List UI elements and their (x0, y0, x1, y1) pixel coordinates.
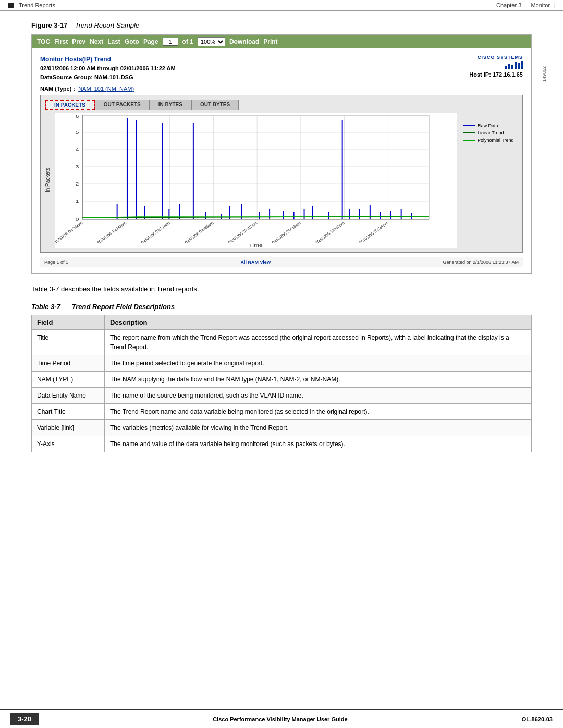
of-label: of 1 (182, 38, 193, 45)
table-cell-description: The Trend Report name and data variable … (105, 403, 532, 419)
svg-text:02/01/06 12:00am: 02/01/06 12:00am (96, 221, 128, 244)
svg-text:Time: Time (249, 242, 262, 248)
legend-polynomial-trend-label: Polynomial Trend (478, 138, 514, 143)
chart-container: IN PACKETS OUT PACKETS IN BYTES OUT BYTE… (40, 95, 523, 253)
nam-type-label: NAM (Type) : (40, 85, 75, 92)
chart-legend: Raw Data Linear Trend Polynomial Trend (461, 113, 518, 248)
bar5 (518, 63, 520, 69)
table-cell-description: The report name from which the Trend Rep… (105, 329, 532, 355)
last-button[interactable]: Last (107, 38, 120, 45)
bar6 (521, 61, 523, 69)
table-link[interactable]: Table 3-7 (31, 285, 59, 293)
svg-text:1: 1 (76, 198, 79, 203)
footer-center: All NAM View (241, 260, 271, 265)
top-header: Trend Reports Chapter 3 Monitor | (0, 0, 563, 11)
table-cell-description: The name and value of the data variable … (105, 436, 532, 452)
report-inner: Monitor Hosts(IP) Trend 02/01/2006 12:00… (32, 48, 531, 273)
prev-button[interactable]: Prev (72, 38, 85, 45)
legend-raw-data: Raw Data (463, 123, 516, 128)
table-row: Variable [link]The variables (metrics) a… (32, 419, 532, 436)
footer-generated: Generated on 2/1/2006 11:23:37 AM (443, 260, 519, 265)
description-table: Field Description TitleThe report name f… (31, 315, 532, 452)
table-cell-field: Title (32, 329, 105, 355)
table-row: Y-AxisThe name and value of the data var… (32, 436, 532, 452)
body-text: Table 3-7 describes the fields available… (31, 284, 532, 294)
legend-linear-trend-line (463, 132, 475, 133)
table-cell-description: The time period selected to generate the… (105, 355, 532, 371)
zoom-select[interactable]: 100% 75% 125% (198, 37, 225, 46)
svg-text:3: 3 (76, 164, 79, 169)
legend-linear-trend: Linear Trend (463, 130, 516, 135)
col-field: Field (32, 315, 105, 329)
chart-tabs: IN PACKETS OUT PACKETS IN BYTES OUT BYTE… (45, 100, 518, 110)
print-button[interactable]: Print (263, 38, 277, 45)
table-title-text: Trend Report Field Descriptions (72, 303, 175, 311)
section-label: Monitor (531, 2, 550, 8)
table-row: NAM (TYPE)The NAM supplying the data flo… (32, 371, 532, 387)
cisco-bars-icon (505, 61, 523, 69)
report-date-range: 02/01/2006 12:00 AM through 02/01/2006 1… (40, 64, 176, 73)
header-right: Chapter 3 Monitor | (496, 2, 555, 8)
black-square-icon (8, 3, 14, 8)
svg-text:01/31/06 09:36pm: 01/31/06 09:36pm (55, 221, 84, 244)
figure-side-number: 149852 (542, 66, 547, 82)
page-number: 3-20 (10, 713, 39, 725)
report-datasource: DataSource Group: NAM-101-DSG (40, 73, 176, 82)
footer-page: Page 1 of 1 (44, 260, 68, 265)
goto-button[interactable]: Goto (125, 38, 139, 45)
next-button[interactable]: Next (90, 38, 103, 45)
report-monitor-title: Monitor Hosts(IP) Trend (40, 55, 176, 64)
table-row: TitleThe report name from which the Tren… (32, 329, 532, 355)
table-cell-field: Data Entity Name (32, 387, 105, 403)
cisco-logo: CISCO SYSTEMS (478, 55, 523, 69)
table-row: Chart TitleThe Trend Report name and dat… (32, 403, 532, 419)
chart-area: In Packets (45, 113, 518, 248)
col-description: Description (105, 315, 532, 329)
header-left: Trend Reports (8, 2, 55, 8)
main-content: Figure 3-17 Trend Report Sample TOC Firs… (0, 11, 563, 463)
y-axis-label: In Packets (45, 113, 51, 248)
legend-polynomial-trend: Polynomial Trend (463, 138, 516, 143)
nam-type-link[interactable]: NAM_101 (NM_NAM) (78, 85, 134, 92)
legend-raw-data-line (463, 125, 475, 126)
chapter-label: Chapter 3 (496, 2, 521, 8)
first-button[interactable]: First (54, 38, 68, 45)
report-title-block: Monitor Hosts(IP) Trend 02/01/2006 12:00… (40, 55, 176, 81)
toc-button[interactable]: TOC (37, 38, 50, 45)
nam-type-row: NAM (Type) : NAM_101 (NM_NAM) (40, 85, 523, 92)
svg-text:02/01/06 04:48am: 02/01/06 04:48am (183, 221, 215, 244)
page-footer: 3-20 Cisco Performance Visibility Manage… (0, 709, 563, 728)
page-input[interactable] (163, 38, 178, 46)
bar3 (511, 65, 513, 69)
svg-text:02/01/06 12:00pm: 02/01/06 12:00pm (314, 221, 346, 244)
sidebar-section-label: Trend Reports (19, 2, 55, 8)
table-cell-field: NAM (TYPE) (32, 371, 105, 387)
table-row: Data Entity NameThe name of the source b… (32, 387, 532, 403)
table-title: Table 3-7 Trend Report Field Description… (31, 303, 532, 311)
footer-right-text: OL-8620-03 (522, 716, 553, 722)
svg-text:2: 2 (76, 181, 79, 186)
table-cell-field: Variable [link] (32, 419, 105, 436)
tab-out-packets[interactable]: OUT PACKETS (95, 100, 150, 110)
svg-text:02/01/06 02:24am: 02/01/06 02:24am (140, 221, 171, 244)
table-cell-field: Time Period (32, 355, 105, 371)
tab-in-packets[interactable]: IN PACKETS (45, 100, 95, 110)
header-separator (524, 2, 528, 8)
svg-text:4: 4 (76, 146, 79, 152)
header-bar: | (553, 2, 555, 8)
tab-out-bytes[interactable]: OUT BYTES (191, 100, 239, 110)
host-ip: Host IP: 172.16.1.65 (469, 71, 523, 78)
page-label: Page (143, 38, 158, 45)
cisco-text: CISCO SYSTEMS (478, 55, 523, 60)
svg-text:0: 0 (76, 216, 79, 221)
tab-in-bytes[interactable]: IN BYTES (150, 100, 191, 110)
download-button[interactable]: Download (229, 38, 259, 45)
svg-text:5: 5 (76, 129, 79, 134)
report-container: TOC First Prev Next Last Goto Page of 1 … (31, 34, 532, 274)
legend-polynomial-trend-line (463, 140, 475, 141)
table-row: Time PeriodThe time period selected to g… (32, 355, 532, 371)
toc-bar: TOC First Prev Next Last Goto Page of 1 … (32, 35, 531, 48)
legend-linear-trend-label: Linear Trend (478, 130, 504, 135)
table-cell-description: The NAM supplying the data flow and the … (105, 371, 532, 387)
svg-rect-0 (82, 115, 429, 219)
